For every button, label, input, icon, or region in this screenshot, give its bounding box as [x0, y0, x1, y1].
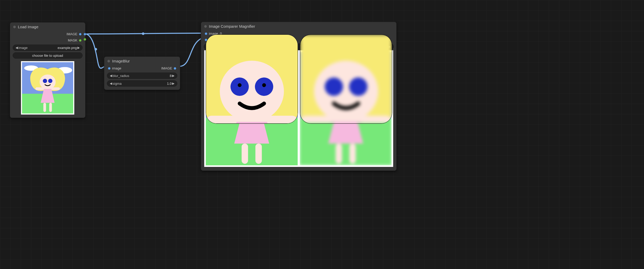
- svg-point-33: [238, 83, 242, 87]
- svg-rect-28: [349, 144, 356, 164]
- node-header[interactable]: ImageBlur: [104, 57, 180, 65]
- widget-value: 1.0: [167, 82, 172, 86]
- svg-point-39: [314, 61, 378, 122]
- port-pin-icon[interactable]: [174, 67, 176, 70]
- input-port-image[interactable]: image: [108, 66, 121, 71]
- svg-rect-20: [255, 144, 262, 164]
- port-pin-icon[interactable]: [79, 39, 82, 42]
- node-title: Load Image: [18, 25, 38, 29]
- node-title: ImageBlur: [112, 59, 130, 63]
- svg-point-0: [142, 32, 144, 35]
- port-label: IMAGE: [67, 32, 77, 37]
- image-combo-widget[interactable]: ◀ image example.png ▶: [13, 45, 83, 51]
- widget-value: 8: [170, 74, 172, 78]
- node-load-image[interactable]: Load Image IMAGE MASK ◀ image: [10, 22, 85, 118]
- preview-image-icon: [21, 61, 74, 115]
- svg-rect-12: [49, 103, 52, 112]
- svg-point-9: [48, 79, 52, 83]
- port-pin-icon[interactable]: [205, 32, 207, 35]
- chevron-left-icon[interactable]: ◀: [109, 82, 113, 85]
- port-label: IMAGE: [161, 66, 172, 71]
- widget-label: sigma: [113, 82, 122, 86]
- magnifier-left[interactable]: [206, 34, 298, 124]
- port-pin-icon[interactable]: [108, 67, 111, 70]
- svg-point-31: [220, 61, 284, 122]
- port-label: MASK: [68, 38, 77, 43]
- svg-point-7: [40, 75, 56, 90]
- output-port-mask[interactable]: MASK: [67, 38, 82, 43]
- node-header[interactable]: Image Comparer Magnifier: [201, 22, 396, 31]
- svg-point-1: [94, 48, 97, 51]
- button-label: choose file to upload: [32, 54, 63, 58]
- svg-rect-19: [242, 144, 248, 164]
- chevron-right-icon[interactable]: ▶: [172, 74, 175, 77]
- svg-point-8: [43, 79, 47, 83]
- magnifier-right[interactable]: [300, 34, 392, 124]
- node-graph-canvas[interactable]: Load Image IMAGE MASK ◀ image: [0, 0, 644, 269]
- widget-value: example.png: [58, 46, 77, 50]
- widget-label: blur_radius: [113, 74, 129, 78]
- image-preview: [13, 61, 83, 115]
- output-port-image[interactable]: IMAGE: [161, 66, 176, 71]
- svg-point-40: [325, 77, 343, 96]
- magnified-blurred-icon: [300, 35, 392, 123]
- magnified-original-icon: [206, 35, 298, 123]
- port-label: image: [112, 66, 121, 71]
- port-pin-icon[interactable]: [79, 33, 82, 36]
- chevron-right-icon[interactable]: ▶: [77, 46, 80, 49]
- sigma-widget[interactable]: ◀ sigma 1.0 ▶: [107, 80, 177, 87]
- chevron-right-icon[interactable]: ▶: [172, 82, 175, 85]
- node-image-blur[interactable]: ImageBlur image IMAGE ◀: [104, 56, 180, 90]
- svg-rect-11: [43, 103, 46, 112]
- collapse-dot-icon[interactable]: [204, 25, 207, 28]
- svg-point-35: [262, 83, 266, 87]
- collapse-dot-icon[interactable]: [107, 60, 110, 62]
- svg-point-41: [349, 77, 368, 96]
- blur-radius-widget[interactable]: ◀ blur_radius 8 ▶: [107, 73, 177, 79]
- port-pin-icon[interactable]: [84, 38, 86, 41]
- chevron-left-icon[interactable]: ◀: [109, 74, 113, 77]
- node-image-comparer-magnifier[interactable]: Image Comparer Magnifier image_0 ima: [201, 22, 397, 171]
- chevron-left-icon[interactable]: ◀: [15, 46, 18, 49]
- node-title: Image Comparer Magnifier: [209, 24, 255, 29]
- upload-button[interactable]: choose file to upload: [13, 52, 83, 59]
- svg-rect-27: [335, 144, 342, 164]
- output-port-image[interactable]: IMAGE: [67, 32, 82, 37]
- collapse-dot-icon[interactable]: [13, 26, 16, 28]
- node-header[interactable]: Load Image: [10, 23, 85, 31]
- widget-label: image: [18, 46, 27, 50]
- port-pin-icon[interactable]: [84, 33, 86, 36]
